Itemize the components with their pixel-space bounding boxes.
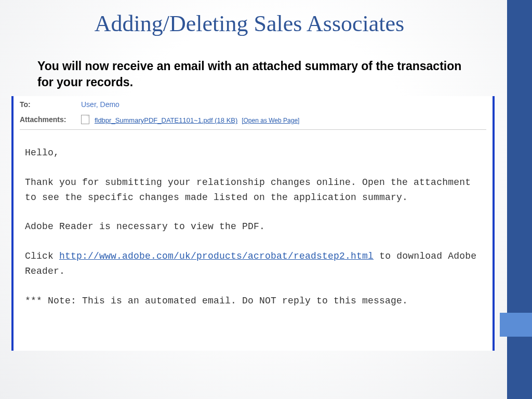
para3-pre: Click (25, 251, 59, 261)
side-accent-light (500, 313, 532, 337)
email-to-row: To: User, Demo (14, 96, 493, 112)
email-body: Hello, Thank you for submitting your rel… (14, 130, 493, 309)
email-para-3: Click http://www.adobe.com/uk/products/a… (25, 249, 481, 279)
email-attachments-label: Attachments: (20, 115, 81, 124)
slide-title: Adding/Deleting Sales Associates (0, 10, 499, 37)
email-preview: To: User, Demo Attachments: fldbpr_Summa… (11, 96, 495, 351)
document-icon (81, 115, 89, 124)
attachment-link[interactable]: fldbpr_SummaryPDF_DATE1101~1.pdf (18 KB) (95, 116, 237, 124)
email-para-1: Thank you for submitting your relationsh… (25, 175, 481, 205)
slide: Adding/Deleting Sales Associates You wil… (0, 0, 532, 399)
email-attachments-row: Attachments: fldbpr_SummaryPDF_DATE1101~… (14, 112, 493, 127)
side-accent-dark (507, 0, 532, 399)
email-to-label: To: (20, 100, 81, 109)
email-note: *** Note: This is an automated email. Do… (25, 294, 481, 309)
slide-subtitle: You will now receive an email with an at… (37, 58, 463, 90)
email-para-2: Adobe Reader is necessary to view the PD… (25, 219, 481, 234)
open-as-web-page-link[interactable]: [Open as Web Page] (242, 117, 299, 124)
email-greeting: Hello, (25, 145, 481, 161)
email-to-value: User, Demo (81, 100, 119, 109)
adobe-reader-link[interactable]: http://www.adobe.com/uk/products/acrobat… (59, 251, 374, 261)
